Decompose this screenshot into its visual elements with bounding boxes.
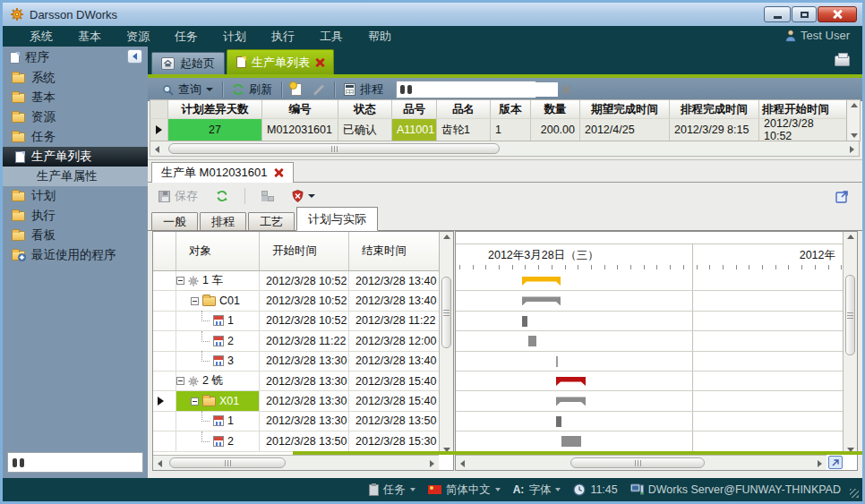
popout-icon[interactable] (835, 189, 850, 203)
menu-help[interactable]: 帮助 (355, 26, 404, 47)
table-row[interactable]: 1 2012/3/28 10:52 2012/3/28 11:22 (153, 312, 439, 331)
scroll-down-icon[interactable] (851, 133, 858, 138)
table-row[interactable]: 27 M012031601 已确认 A11001 齿轮1 1 200.00 20… (150, 118, 860, 141)
column-header[interactable]: 版本 (491, 100, 531, 118)
column-header[interactable]: 品号 (392, 100, 437, 118)
resize-grip[interactable] (850, 489, 859, 498)
table-row[interactable]: 1 2012/3/28 13:30 2012/3/28 13:50 (153, 412, 439, 431)
gantt-bar-summary[interactable] (522, 277, 561, 286)
query-button[interactable]: 查询 (157, 80, 218, 99)
table-row[interactable]: 1 车 2012/3/28 10:52 2012/3/28 13:40 (153, 271, 439, 291)
schedule-button[interactable]: 排程 (338, 80, 389, 99)
column-header[interactable]: 编号 (262, 100, 338, 118)
tree-horizontal-scrollbar[interactable] (153, 455, 439, 470)
sidebar-item-kanban[interactable]: 看板 (3, 226, 148, 245)
popout-corner-button[interactable] (828, 456, 843, 469)
scrollbar-thumb[interactable] (570, 457, 705, 468)
table-row[interactable]: 2 2012/3/28 11:22 2012/3/28 12:00 (153, 331, 439, 351)
menu-task[interactable]: 任务 (162, 26, 210, 47)
column-header[interactable]: 数量 (531, 100, 580, 118)
column-header[interactable]: 排程开始时间 (759, 100, 832, 118)
scroll-left-icon[interactable] (460, 460, 465, 467)
column-header[interactable]: 开始时间 (260, 232, 349, 270)
sidebar-item-execute[interactable]: 执行 (3, 206, 148, 226)
sidebar-item-recent-programs[interactable]: 最近使用的程序 (3, 245, 148, 265)
gantt-bar-summary[interactable] (556, 377, 586, 386)
gantt-vertical-scrollbar[interactable] (843, 232, 857, 455)
refresh-button[interactable]: 刷新 (227, 80, 278, 99)
refresh-detail-button[interactable] (210, 186, 234, 206)
save-button[interactable]: 保存 (153, 186, 203, 206)
sidebar-item-resource[interactable]: 资源 (3, 107, 148, 127)
security-button[interactable] (287, 186, 321, 206)
column-header[interactable]: 品名 (437, 100, 491, 118)
tab-production-order-list[interactable]: 生产单列表 (227, 49, 334, 74)
menu-resource[interactable]: 资源 (114, 26, 162, 47)
tree-vertical-scrollbar[interactable] (439, 232, 453, 455)
gantt-bar-task[interactable] (561, 436, 581, 447)
scroll-right-icon[interactable] (850, 146, 854, 153)
menu-basic[interactable]: 基本 (65, 26, 114, 47)
column-header[interactable]: 期望完成时间 (580, 100, 670, 118)
tab-start-page[interactable]: 起始页 (151, 52, 225, 74)
sidebar-item-production-order-props[interactable]: 生产单属性 (3, 167, 148, 186)
menu-tools[interactable]: 工具 (307, 26, 355, 47)
gantt-bar-task[interactable] (556, 356, 558, 367)
column-header[interactable]: 排程完成时间 (670, 100, 759, 118)
gantt-bar-summary[interactable] (522, 296, 561, 305)
gantt-bar-task[interactable] (528, 336, 536, 346)
collapse-toggle-icon[interactable] (191, 297, 199, 305)
scrollbar-thumb[interactable] (845, 275, 855, 355)
collapse-toggle-icon[interactable] (191, 397, 199, 406)
scroll-left-icon[interactable] (158, 460, 162, 467)
close-detail-icon[interactable] (275, 168, 284, 177)
table-row[interactable]: 2 铣 2012/3/28 13:30 2012/3/28 15:40 (153, 372, 439, 391)
table-row[interactable]: 3 2012/3/28 13:30 2012/3/28 13:40 (153, 352, 439, 372)
column-header[interactable]: 状态 (338, 100, 392, 118)
scroll-up-icon[interactable] (851, 103, 858, 107)
gantt-horizontal-scrollbar[interactable] (456, 455, 826, 470)
column-header[interactable]: 计划差异天数 (168, 100, 262, 118)
gantt-bar-summary[interactable] (556, 397, 586, 406)
table-row[interactable]: 2 2012/3/28 13:50 2012/3/28 15:30 (153, 431, 439, 451)
printer-icon[interactable] (835, 56, 850, 66)
column-header[interactable]: 结束时间 (349, 232, 439, 270)
menu-plan[interactable]: 计划 (210, 26, 259, 47)
tab-schedule[interactable]: 排程 (200, 212, 246, 231)
detail-tab[interactable]: 生产单 M012031601 (151, 162, 294, 183)
gantt-bar-task[interactable] (556, 416, 561, 427)
tab-plan-vs-actual[interactable]: 计划与实际 (296, 207, 378, 231)
grid-vertical-scrollbar[interactable] (846, 99, 861, 141)
collapse-toggle-icon[interactable] (176, 277, 184, 285)
scrollbar-thumb[interactable] (168, 143, 500, 154)
table-row[interactable]: C01 2012/3/28 10:52 2012/3/28 13:40 (153, 291, 439, 311)
edit-button[interactable] (307, 80, 330, 99)
sidebar-item-basic[interactable]: 基本 (3, 88, 148, 107)
collapse-toggle-icon[interactable] (176, 377, 184, 385)
scroll-right-icon[interactable] (430, 460, 434, 467)
sidebar-item-task[interactable]: 任务 (3, 127, 148, 147)
close-button[interactable] (818, 6, 857, 22)
current-user[interactable]: Test User (785, 29, 850, 42)
menu-execute[interactable]: 执行 (259, 26, 307, 47)
sidebar-collapse-button[interactable] (127, 49, 142, 64)
toolbar-search-input[interactable] (415, 82, 558, 97)
sidebar-item-system[interactable]: 系统 (3, 68, 148, 88)
close-tab-icon[interactable] (315, 58, 324, 67)
scrollbar-thumb[interactable] (169, 457, 286, 468)
gantt-bar-task[interactable] (522, 316, 527, 327)
scroll-left-icon[interactable] (155, 146, 159, 153)
grid-horizontal-scrollbar[interactable] (150, 141, 860, 157)
minimize-button[interactable] (764, 6, 791, 22)
status-server[interactable]: DWorks Server@FUNWAY-THINKPAD (630, 483, 841, 496)
menu-system[interactable]: 系统 (17, 26, 65, 47)
sidebar-item-plan[interactable]: 计划 (3, 186, 148, 206)
routing-button[interactable] (256, 186, 279, 206)
status-language-menu[interactable]: 简体中文 (428, 483, 501, 498)
tab-general[interactable]: 一般 (151, 212, 198, 231)
status-task-menu[interactable]: 任务 (369, 483, 415, 498)
scroll-right-icon[interactable] (818, 460, 822, 467)
sidebar-item-production-order-list[interactable]: 生产单列表 (3, 147, 148, 167)
maximize-button[interactable] (792, 6, 817, 22)
tab-process[interactable]: 工艺 (248, 212, 295, 231)
